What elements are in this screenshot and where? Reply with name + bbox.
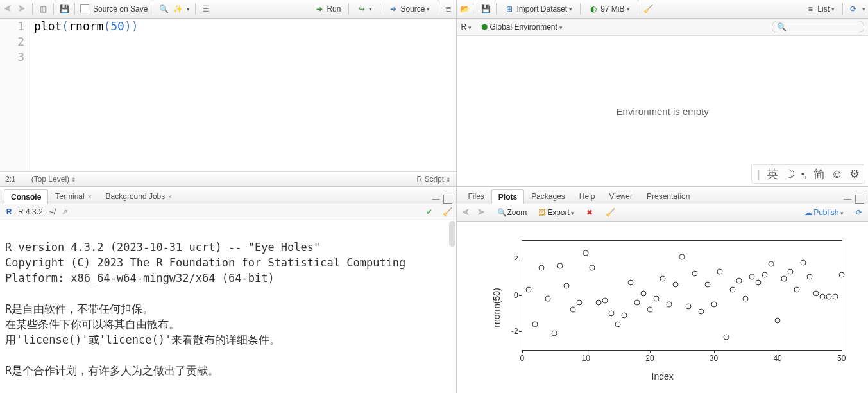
tab-presentation[interactable]: Presentation <box>640 189 697 204</box>
tab-help[interactable]: Help <box>572 189 602 204</box>
y-tick-label: -2 <box>502 327 518 336</box>
tab-files[interactable]: Files <box>461 189 491 204</box>
x-tick-label: 20 <box>645 354 654 363</box>
zoom-button[interactable]: 🔍Zoom <box>497 207 527 218</box>
env-empty-text: Environment is empty <box>617 106 709 117</box>
data-point <box>819 294 825 300</box>
x-tick-label: 10 <box>582 354 590 363</box>
status-ok-icon: ✔ <box>424 207 434 217</box>
data-point <box>609 310 615 316</box>
ime-script[interactable]: 简 <box>813 166 825 182</box>
tab-plots[interactable]: Plots <box>491 189 524 204</box>
refresh-dropdown[interactable]: ▾ <box>862 6 865 12</box>
data-point <box>628 279 634 285</box>
goto-dir-icon[interactable]: ⇗ <box>60 207 70 217</box>
close-icon[interactable]: × <box>168 193 172 200</box>
tab-background-jobs[interactable]: Background Jobs × <box>99 189 180 204</box>
clear-plots-icon[interactable]: 🧹 <box>605 207 615 218</box>
y-tick-label: 2 <box>502 254 518 263</box>
data-point <box>577 299 583 305</box>
r-version-path: R 4.3.2 · ~/ <box>18 207 56 216</box>
close-icon[interactable]: × <box>88 193 92 200</box>
editor-code[interactable]: plot(rnorm(50)) <box>30 19 139 171</box>
minimize-icon[interactable]: — <box>844 195 851 204</box>
env-body: Environment is empty | 英 ☽ •, 简 ☺ ⚙ <box>457 36 868 186</box>
data-point <box>596 299 602 305</box>
tab-console[interactable]: Console <box>4 189 48 204</box>
env-search-input[interactable]: 🔍 <box>772 21 864 33</box>
clear-env-icon[interactable]: 🧹 <box>643 4 654 14</box>
nav-back-icon[interactable]: ⮜ <box>3 4 13 14</box>
data-point <box>717 268 723 274</box>
data-point <box>602 298 608 304</box>
run-button[interactable]: ➔Run <box>312 3 343 15</box>
plots-toolbar: ⮜ ⮞ 🔍Zoom 🖼Export ▾ ✖ 🧹 ☁Publish ▾ ⟳ <box>457 204 868 222</box>
data-point <box>525 287 531 293</box>
r-logo-icon: R <box>4 207 14 217</box>
doc-outline-icon[interactable]: ≣ <box>443 4 454 14</box>
tab-viewer[interactable]: Viewer <box>602 189 640 204</box>
ime-bar[interactable]: | 英 ☽ •, 简 ☺ ⚙ <box>751 164 865 184</box>
env-scope-selector[interactable]: ⬢Global Environment ▾ <box>479 22 563 32</box>
refresh-plot-icon[interactable]: ⟳ <box>854 207 864 218</box>
ime-lang[interactable]: 英 <box>767 166 778 182</box>
data-point <box>615 321 621 327</box>
scatter-plot: rnorm(50) Index -20201020304050 <box>477 234 849 381</box>
moon-icon[interactable]: ☽ <box>785 167 795 181</box>
tab-terminal[interactable]: Terminal × <box>48 189 98 204</box>
load-workspace-icon[interactable]: 📂 <box>459 4 470 14</box>
show-in-new-window-icon[interactable]: ▥ <box>38 4 48 14</box>
import-dataset-button[interactable]: ⊞Import Dataset ▾ <box>502 3 575 15</box>
save-workspace-icon[interactable]: 💾 <box>481 4 491 14</box>
data-point <box>743 296 749 302</box>
console-output[interactable]: R version 4.3.2 (2023-10-31 ucrt) -- "Ey… <box>0 220 456 393</box>
data-point <box>838 272 844 278</box>
publish-button[interactable]: ☁Publish ▾ <box>803 207 844 218</box>
export-button[interactable]: 🖼Export ▾ <box>537 207 574 218</box>
data-point <box>704 281 710 287</box>
data-point <box>532 321 538 327</box>
prev-plot-icon[interactable]: ⮜ <box>461 207 471 218</box>
maximize-icon[interactable] <box>855 195 864 204</box>
data-point <box>545 296 550 302</box>
save-icon[interactable]: 💾 <box>59 4 69 14</box>
wand-dropdown[interactable]: ▾ <box>187 6 190 12</box>
data-point <box>590 265 595 271</box>
y-tick-label: 0 <box>502 291 518 300</box>
rerun-button[interactable]: ↪▾ <box>354 3 375 15</box>
data-point <box>538 265 544 271</box>
wand-icon[interactable]: ✨ <box>173 4 183 14</box>
maximize-icon[interactable] <box>443 195 452 204</box>
tab-packages[interactable]: Packages <box>524 189 572 204</box>
clear-console-icon[interactable]: 🧹 <box>442 207 452 217</box>
minimize-icon[interactable]: — <box>432 195 439 204</box>
scrollbar[interactable] <box>449 221 455 247</box>
env-sub-toolbar: R ▾ ⬢Global Environment ▾ 🔍 <box>457 19 868 36</box>
lang-selector[interactable]: R ▾ <box>461 22 472 31</box>
smile-icon[interactable]: ☺ <box>831 168 843 181</box>
memory-button[interactable]: ◐97 MiB ▾ <box>586 3 632 15</box>
scope-indicator[interactable]: (Top Level) ⇕ <box>31 175 77 184</box>
nav-fwd-icon[interactable]: ⮞ <box>17 4 27 14</box>
lang-indicator[interactable]: R Script ⇕ <box>416 175 451 184</box>
dot-icon[interactable]: •, <box>801 169 807 179</box>
data-point <box>551 331 557 336</box>
data-point <box>634 299 640 305</box>
next-plot-icon[interactable]: ⮞ <box>476 207 486 218</box>
outline-icon[interactable]: ☰ <box>201 4 211 14</box>
remove-plot-icon[interactable]: ✖ <box>584 207 595 218</box>
data-point <box>570 307 576 313</box>
gear-icon[interactable]: ⚙ <box>849 167 860 181</box>
editor-status-bar: 2:1 (Top Level) ⇕ R Script ⇕ <box>0 171 456 186</box>
find-icon[interactable]: 🔍 <box>158 4 169 14</box>
plots-body: rnorm(50) Index -20201020304050 <box>457 222 868 393</box>
data-point <box>794 287 800 293</box>
editor-area[interactable]: 1 2 3 plot(rnorm(50)) <box>0 19 456 171</box>
source-button[interactable]: ➔Source ▾ <box>386 3 432 15</box>
editor-toolbar: ⮜ ⮞ ▥ 💾 Source on Save 🔍 ✨▾ ☰ ➔Run ↪▾ <box>0 0 456 19</box>
source-on-save-checkbox[interactable] <box>80 4 89 13</box>
plots-tabs: Files Plots Packages Help Viewer Present… <box>457 187 868 204</box>
list-view-button[interactable]: ≡List ▾ <box>803 3 837 15</box>
data-point <box>698 309 704 315</box>
refresh-icon[interactable]: ⟳ <box>848 4 858 14</box>
